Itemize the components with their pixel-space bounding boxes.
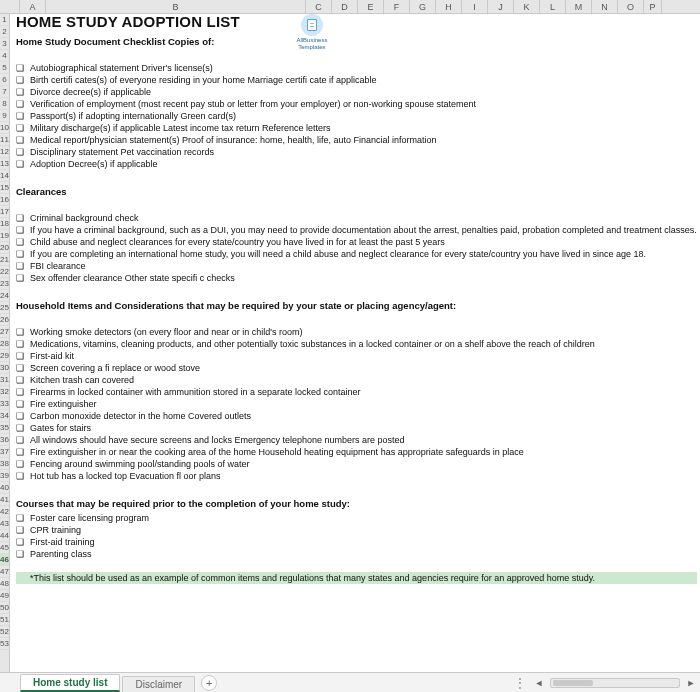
col-header[interactable]: M (566, 0, 592, 13)
checkbox-icon[interactable]: ❑ (16, 122, 30, 134)
checkbox-icon[interactable]: ❑ (16, 86, 30, 98)
checkbox-icon[interactable]: ❑ (16, 338, 30, 350)
row-header[interactable]: 47 (0, 566, 9, 578)
scrollbar-thumb[interactable] (553, 680, 593, 686)
cell-content-area[interactable]: AllBusiness Templates HOME STUDY ADOPTIO… (10, 14, 700, 672)
row-header[interactable]: 45 (0, 542, 9, 554)
row-header[interactable]: 41 (0, 494, 9, 506)
row-header[interactable]: 51 (0, 614, 9, 626)
col-header[interactable]: P (644, 0, 662, 13)
row-header[interactable]: 36 (0, 434, 9, 446)
row-header[interactable]: 3 (0, 38, 9, 50)
row-header[interactable]: 50 (0, 602, 9, 614)
row-header[interactable]: 27 (0, 326, 9, 338)
row-header[interactable]: 15 (0, 182, 9, 194)
row-header[interactable]: 20 (0, 242, 9, 254)
checkbox-icon[interactable]: ❑ (16, 146, 30, 158)
row-header[interactable]: 37 (0, 446, 9, 458)
row-header[interactable]: 49 (0, 590, 9, 602)
checkbox-icon[interactable]: ❑ (16, 158, 30, 170)
row-header[interactable]: 24 (0, 290, 9, 302)
row-header[interactable]: 30 (0, 362, 9, 374)
row-header[interactable]: 11 (0, 134, 9, 146)
checkbox-icon[interactable]: ❑ (16, 374, 30, 386)
checkbox-icon[interactable]: ❑ (16, 260, 30, 272)
checkbox-icon[interactable]: ❑ (16, 446, 30, 458)
checkbox-icon[interactable]: ❑ (16, 74, 30, 86)
checkbox-icon[interactable]: ❑ (16, 524, 30, 536)
row-header[interactable]: 40 (0, 482, 9, 494)
checkbox-icon[interactable]: ❑ (16, 434, 30, 446)
checkbox-icon[interactable]: ❑ (16, 536, 30, 548)
row-header[interactable]: 31 (0, 374, 9, 386)
checkbox-icon[interactable]: ❑ (16, 98, 30, 110)
col-header[interactable]: N (592, 0, 618, 13)
row-header[interactable]: 43 (0, 518, 9, 530)
row-header[interactable]: 5 (0, 62, 9, 74)
checkbox-icon[interactable]: ❑ (16, 326, 30, 338)
checkbox-icon[interactable]: ❑ (16, 134, 30, 146)
row-header[interactable]: 10 (0, 122, 9, 134)
row-header[interactable]: 52 (0, 626, 9, 638)
col-header[interactable]: K (514, 0, 540, 13)
row-header[interactable]: 21 (0, 254, 9, 266)
col-header[interactable]: D (332, 0, 358, 13)
row-header[interactable]: 23 (0, 278, 9, 290)
row-header[interactable]: 46 (0, 554, 9, 566)
horizontal-scrollbar[interactable] (550, 678, 680, 688)
checkbox-icon[interactable]: ❑ (16, 212, 30, 224)
row-header[interactable]: 8 (0, 98, 9, 110)
row-header[interactable]: 33 (0, 398, 9, 410)
row-header[interactable]: 18 (0, 218, 9, 230)
col-header[interactable]: B (46, 0, 306, 13)
row-header[interactable]: 14 (0, 170, 9, 182)
checkbox-icon[interactable]: ❑ (16, 224, 30, 236)
tab-home-study-list[interactable]: Home study list (20, 674, 120, 692)
row-header[interactable]: 48 (0, 578, 9, 590)
row-header[interactable]: 19 (0, 230, 9, 242)
checkbox-icon[interactable]: ❑ (16, 362, 30, 374)
add-sheet-button[interactable]: + (201, 675, 217, 691)
row-header[interactable]: 22 (0, 266, 9, 278)
col-header[interactable]: F (384, 0, 410, 13)
row-header[interactable]: 35 (0, 422, 9, 434)
checkbox-icon[interactable]: ❑ (16, 350, 30, 362)
row-header[interactable]: 6 (0, 74, 9, 86)
row-header[interactable]: 17 (0, 206, 9, 218)
scroll-right-icon[interactable]: ► (686, 678, 696, 688)
checkbox-icon[interactable]: ❑ (16, 548, 30, 560)
row-header[interactable]: 38 (0, 458, 9, 470)
row-header[interactable]: 34 (0, 410, 9, 422)
row-header[interactable]: 4 (0, 50, 9, 62)
checkbox-icon[interactable]: ❑ (16, 386, 30, 398)
col-header[interactable]: L (540, 0, 566, 13)
tab-disclaimer[interactable]: Disclaimer (122, 676, 195, 692)
tab-overflow-icon[interactable]: ⋮ (514, 676, 528, 690)
row-header[interactable]: 32 (0, 386, 9, 398)
col-header[interactable]: A (20, 0, 46, 13)
checkbox-icon[interactable]: ❑ (16, 470, 30, 482)
row-header[interactable]: 26 (0, 314, 9, 326)
scroll-left-icon[interactable]: ◄ (534, 678, 544, 688)
checkbox-icon[interactable]: ❑ (16, 62, 30, 74)
checkbox-icon[interactable]: ❑ (16, 248, 30, 260)
checkbox-icon[interactable]: ❑ (16, 512, 30, 524)
row-header[interactable]: 25 (0, 302, 9, 314)
row-header[interactable]: 29 (0, 350, 9, 362)
checkbox-icon[interactable]: ❑ (16, 422, 30, 434)
col-header[interactable]: I (462, 0, 488, 13)
checkbox-icon[interactable]: ❑ (16, 236, 30, 248)
col-header[interactable]: C (306, 0, 332, 13)
select-all-corner[interactable] (0, 0, 20, 13)
row-header[interactable]: 2 (0, 26, 9, 38)
checkbox-icon[interactable]: ❑ (16, 410, 30, 422)
row-header[interactable]: 16 (0, 194, 9, 206)
row-header[interactable]: 39 (0, 470, 9, 482)
checkbox-icon[interactable]: ❑ (16, 272, 30, 284)
col-header[interactable]: E (358, 0, 384, 13)
row-header[interactable]: 44 (0, 530, 9, 542)
row-header[interactable]: 42 (0, 506, 9, 518)
checkbox-icon[interactable]: ❑ (16, 458, 30, 470)
row-header[interactable]: 1 (0, 14, 9, 26)
col-header[interactable]: H (436, 0, 462, 13)
